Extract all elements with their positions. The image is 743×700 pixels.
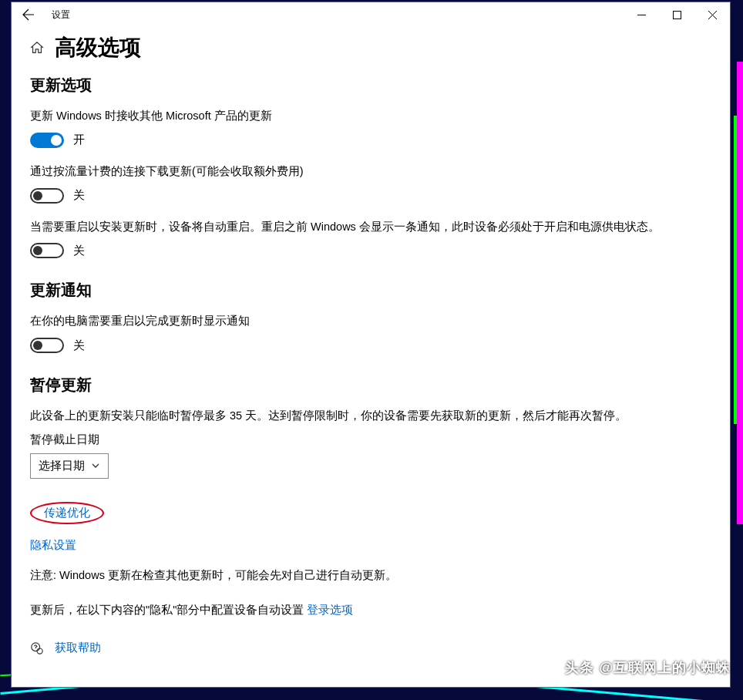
toggle-microsoft-products[interactable] [30,133,64,148]
highlight-annotation: 传递优化 [30,502,104,524]
close-icon [708,11,717,19]
back-button[interactable] [18,4,39,25]
back-arrow-icon [22,8,35,21]
maximize-icon [673,11,681,19]
svg-rect-0 [673,11,681,19]
help-icon [30,641,44,655]
minimize-button[interactable] [624,2,659,27]
pause-description: 此设备上的更新安装只能临时暂停最多 35 天。达到暂停限制时，你的设备需要先获取… [30,408,711,425]
link-delivery-optimization[interactable]: 传递优化 [44,506,90,520]
toggle-label: 关 [73,338,85,353]
page-title: 高级选项 [55,33,141,62]
home-icon[interactable] [30,41,44,55]
link-privacy-settings[interactable]: 隐私设置 [30,538,76,553]
toggle-metered-connection[interactable] [30,188,64,204]
toggle-restart-notify[interactable] [30,338,64,353]
option-text: 在你的电脑需要重启以完成更新时显示通知 [30,313,711,330]
links-section: 传递优化 隐私设置 [30,502,711,553]
help-row: 获取帮助 [30,641,711,655]
content-area: 高级选项 更新选项 更新 Windows 时接收其他 Microsoft 产品的… [12,27,730,687]
pause-date-label: 暂停截止日期 [30,432,711,447]
toggle-label: 开 [73,133,85,147]
toggle-label: 关 [73,244,85,258]
dropdown-value: 选择日期 [39,459,85,473]
option-text: 更新 Windows 时接收其他 Microsoft 产品的更新 [30,108,711,125]
link-get-help[interactable]: 获取帮助 [55,641,101,655]
toggle-auto-restart[interactable] [30,243,64,258]
toggle-label: 关 [73,188,85,203]
settings-window: 设置 高级选项 更新选项 更新 Windows 时接收其他 Microsoft … [11,2,731,688]
pause-date-dropdown[interactable]: 选择日期 [30,453,109,479]
section-update-notify: 更新通知 在你的电脑需要重启以完成更新时显示通知 关 [30,280,711,353]
section-pause-update: 暂停更新 此设备上的更新安装只能临时暂停最多 35 天。达到暂停限制时，你的设备… [30,375,711,479]
link-login-options[interactable]: 登录选项 [307,601,353,619]
maximize-button[interactable] [659,2,694,27]
svg-point-2 [37,648,42,654]
option-text: 通过按流量计费的连接下载更新(可能会收取额外费用) [30,163,711,180]
section-heading: 更新通知 [30,280,711,301]
note-auto-update: 注意: Windows 更新在检查其他更新时，可能会先对自己进行自动更新。 [30,567,711,584]
section-heading: 更新选项 [30,75,711,96]
option-text: 当需要重启以安装更新时，设备将自动重启。重启之前 Windows 会显示一条通知… [30,219,711,236]
titlebar: 设置 [12,2,730,27]
section-update-options: 更新选项 更新 Windows 时接收其他 Microsoft 产品的更新 开 … [30,75,711,258]
section-heading: 暂停更新 [30,375,711,395]
window-title: 设置 [52,8,70,22]
close-button[interactable] [694,2,730,27]
note-privacy-config: 更新后，在以下内容的"隐私"部分中配置设备自动设置 登录选项 [30,601,711,619]
chevron-down-icon [91,461,100,470]
minimize-icon [637,11,646,19]
